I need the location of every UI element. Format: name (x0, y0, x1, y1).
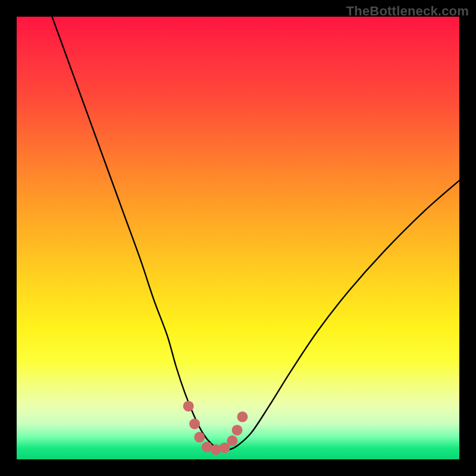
trough-marker (194, 432, 205, 443)
watermark-text: TheBottleneck.com (346, 4, 469, 19)
trough-marker (189, 418, 200, 429)
trough-marker (211, 444, 221, 455)
trough-marker (232, 425, 243, 436)
trough-marker (227, 436, 237, 446)
bottleneck-curve (52, 17, 459, 450)
trough-marker (183, 401, 194, 412)
trough-marker (237, 412, 248, 422)
curve-layer (17, 17, 459, 459)
plot-area (17, 17, 459, 459)
chart-frame: TheBottleneck.com (0, 0, 476, 476)
trough-markers (183, 401, 248, 455)
